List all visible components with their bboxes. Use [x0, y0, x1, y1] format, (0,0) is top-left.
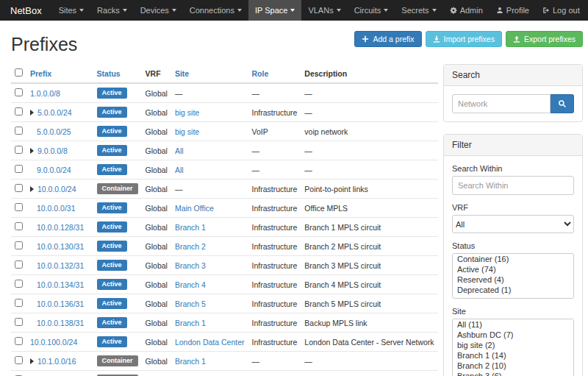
status-badge: Active — [97, 241, 127, 252]
prefix-link[interactable]: 10.0.0.138/31 — [37, 319, 84, 327]
filter-option[interactable]: All (11) — [453, 319, 573, 330]
nav-admin[interactable]: Admin — [443, 0, 490, 21]
site-link[interactable]: Branch 1 — [175, 319, 206, 327]
nav-logout[interactable]: Log out — [536, 0, 587, 21]
role-cell: Infrastructure — [248, 371, 301, 376]
prefix-link[interactable]: 10.0.0.0/31 — [37, 204, 76, 213]
nav-circuits[interactable]: Circuits — [348, 0, 395, 21]
top-navbar: NetBox Sites Racks Devices Connections I… — [0, 0, 588, 21]
nav-item-label: Devices — [140, 6, 169, 15]
row-checkbox[interactable] — [15, 318, 23, 326]
column-header-site[interactable]: Site — [171, 64, 248, 83]
prefix-link[interactable]: 10.0.0.132/31 — [37, 261, 84, 270]
vrf-cell: Global — [142, 122, 171, 141]
row-checkbox[interactable] — [15, 356, 23, 364]
column-header-status[interactable]: Status — [93, 64, 142, 83]
prefix-link[interactable]: 10.0.0.134/31 — [37, 280, 84, 289]
vrf-cell: Global — [142, 333, 171, 352]
prefix-link[interactable]: 9.0.0.0/24 — [37, 166, 71, 174]
search-button[interactable] — [551, 94, 574, 113]
filter-option[interactable]: big site (2) — [453, 340, 573, 350]
row-checkbox[interactable] — [15, 222, 23, 230]
prefix-link[interactable]: 10.0.0.128/31 — [37, 223, 84, 232]
search-input[interactable] — [452, 94, 551, 113]
search-icon — [558, 99, 567, 108]
site-link[interactable]: Branch 1 — [175, 223, 206, 232]
filter-option[interactable]: Deprecated (1) — [453, 285, 573, 295]
prefix-link[interactable]: 10.0.0.0/24 — [37, 185, 76, 194]
row-checkbox[interactable] — [15, 299, 23, 307]
row-checkbox[interactable] — [15, 146, 23, 154]
row-checkbox[interactable] — [15, 280, 23, 288]
nav-devices[interactable]: Devices — [134, 0, 183, 21]
site-link[interactable]: Branch 4 — [175, 280, 206, 289]
row-checkbox[interactable] — [15, 107, 23, 116]
prefix-link[interactable]: 9.0.0.0/8 — [37, 146, 68, 155]
select-all-checkbox[interactable] — [15, 68, 23, 77]
prefix-link[interactable]: 10.1.0.0/16 — [37, 357, 76, 366]
filter-option[interactable]: Branch 1 (14) — [453, 350, 573, 361]
site-link[interactable]: Main Office — [175, 204, 214, 213]
row-checkbox[interactable] — [15, 203, 23, 211]
site-filter-listbox[interactable]: All (11)Ashburn DC (7)big site (2)Branch… — [452, 319, 574, 376]
row-checkbox[interactable] — [15, 88, 23, 96]
filter-option[interactable]: Branch 3 (6) — [453, 371, 573, 376]
prefix-link[interactable]: 1.0.0.0/8 — [30, 89, 60, 98]
prefix-link[interactable]: 10.0.0.130/31 — [37, 242, 84, 251]
row-checkbox[interactable] — [15, 241, 23, 249]
prefix-link[interactable]: 5.0.0.0/25 — [37, 127, 71, 136]
site-cell: Branch 1 — [171, 371, 248, 376]
site-link[interactable]: Branch 5 — [175, 299, 206, 308]
column-header-prefix[interactable]: Prefix — [26, 64, 93, 83]
nav-sites[interactable]: Sites — [52, 0, 90, 21]
site-link[interactable]: Branch 2 — [175, 242, 206, 251]
add-prefix-button[interactable]: Add a prefix — [354, 31, 421, 47]
nav-profile[interactable]: Profile — [490, 0, 536, 21]
prefix-link[interactable]: 10.0.100.0/24 — [30, 338, 77, 347]
column-header-role[interactable]: Role — [248, 64, 301, 83]
status-filter-listbox[interactable]: Container (16)Active (74)Reserved (4)Dep… — [452, 253, 574, 299]
expand-caret-icon — [30, 186, 34, 192]
status-filter-label: Status — [452, 241, 574, 250]
page-header: Prefixes Add a prefix Import prefixes Ex… — [11, 25, 583, 64]
site-link[interactable]: big site — [175, 108, 199, 117]
table-row: 10.0.0.130/31 Active Global Branch 2 Inf… — [11, 237, 438, 256]
role-cell: Infrastructure — [248, 237, 301, 256]
nav-racks[interactable]: Racks — [90, 0, 134, 21]
prefix-cell: 10.0.100.0/24 — [26, 333, 93, 352]
filter-option[interactable]: Container (16) — [453, 254, 573, 264]
row-checkbox[interactable] — [15, 184, 23, 192]
nav-connections[interactable]: Connections — [183, 0, 248, 21]
site-link[interactable]: All — [175, 166, 184, 174]
site-link[interactable]: Branch 3 — [175, 261, 206, 270]
filter-option[interactable]: Branch 2 (10) — [453, 361, 573, 371]
brand[interactable]: NetBox — [0, 0, 52, 21]
plus-icon — [362, 35, 369, 43]
description-cell: Branch 4 MPLS circuit — [301, 275, 437, 294]
site-link[interactable]: London Data Center — [175, 338, 245, 347]
vrf-cell: Global — [142, 103, 171, 122]
import-prefixes-button[interactable]: Import prefixes — [426, 31, 502, 47]
row-check-cell — [11, 371, 26, 376]
nav-ip-space[interactable]: IP Space — [248, 0, 301, 21]
site-link[interactable]: big site — [175, 127, 199, 136]
row-checkbox[interactable] — [15, 260, 23, 269]
filter-option[interactable]: Reserved (4) — [453, 274, 573, 285]
row-checkbox[interactable] — [15, 165, 23, 173]
site-link[interactable]: All — [175, 146, 184, 155]
search-within-input[interactable] — [452, 176, 574, 195]
filter-option[interactable]: Active (74) — [453, 264, 573, 274]
prefix-link[interactable]: 10.0.0.136/31 — [37, 299, 84, 308]
nav-vlans[interactable]: VLANs — [301, 0, 347, 21]
nav-secrets[interactable]: Secrets — [395, 0, 442, 21]
vrf-select[interactable]: All — [452, 215, 574, 233]
export-prefixes-button[interactable]: Export prefixes — [506, 31, 583, 47]
chevron-down-icon — [432, 9, 437, 12]
row-checkbox[interactable] — [15, 127, 23, 135]
row-checkbox[interactable] — [15, 337, 23, 345]
status-cell: Container — [93, 352, 142, 371]
prefix-cell: 10.0.0.128/31 — [26, 218, 93, 237]
site-link[interactable]: Branch 1 — [175, 357, 206, 366]
filter-option[interactable]: Ashburn DC (7) — [453, 330, 573, 340]
prefix-link[interactable]: 5.0.0.0/24 — [37, 108, 72, 117]
